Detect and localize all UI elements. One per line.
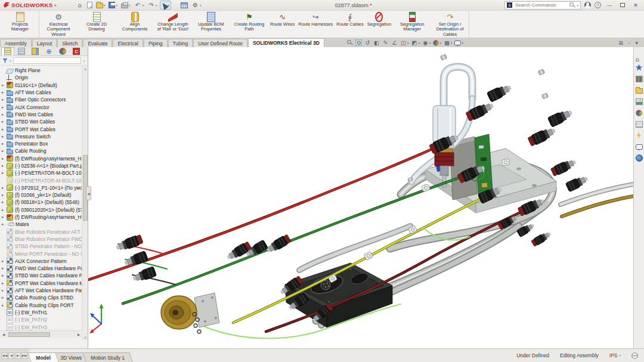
tree-item[interactable]: (f) EWRoutingAssyHarness_H2_357 (0, 155, 88, 162)
minimize-button[interactable]: — (605, 1, 614, 9)
propertymanager-tab[interactable] (15, 47, 28, 55)
scene-icon[interactable]: ▦▾ (444, 39, 453, 46)
tree-item[interactable]: (f) 01066_yk<1> (Default) (0, 191, 88, 199)
zoom-area-icon[interactable]: ▾ (355, 39, 362, 46)
tree-filter-input[interactable] (13, 57, 82, 64)
filter-dropdown-icon[interactable]: ▾ (10, 59, 11, 63)
prev-sheet-icon[interactable]: ◀ (8, 352, 14, 359)
tree-item[interactable]: Cable Routing (0, 147, 88, 154)
tree-item[interactable]: Cable Routing Clips STBD (0, 294, 88, 301)
tree-item[interactable]: Fiber Optic Connectors (0, 96, 88, 103)
segregation-button[interactable]: Segregation (366, 11, 393, 38)
annotations-icon[interactable]: ✎▾ (382, 39, 389, 46)
scroll-left-icon[interactable]: ◀ (0, 331, 7, 338)
tree-item[interactable]: (-) 02538-A<1> (Biodapt Part.prtdc (0, 162, 88, 169)
sheet-tab[interactable]: Model (27, 352, 58, 362)
tree-item[interactable]: (-) SP2912_P1-10<1> (По умолчан (0, 184, 88, 191)
expand-arrow-icon[interactable] (2, 215, 7, 219)
view-palette-icon[interactable] (634, 97, 643, 106)
tree-item[interactable]: STBD Wet Cables Hardware Pattern (0, 272, 88, 279)
command-tab[interactable]: User Defined Route (193, 39, 247, 47)
file-explorer-icon[interactable] (634, 86, 643, 94)
tree-item[interactable]: FWD Wet Cables (0, 111, 88, 118)
3dexperience-icon[interactable] (634, 154, 643, 162)
search-dropdown-icon[interactable]: ▾ (577, 4, 578, 7)
expand-arrow-icon[interactable] (2, 148, 7, 153)
expand-arrow-icon[interactable] (2, 288, 7, 293)
tree-item[interactable]: PORT Wet Cables Hardware Mirror (0, 280, 88, 287)
update-bom-properties-button[interactable]: Update BOM Properties (192, 11, 230, 38)
strip-options-icon[interactable]: ▾ (635, 36, 638, 47)
first-sheet-icon[interactable]: ◀◀ (2, 352, 8, 359)
display-style-icon[interactable]: ◩▾ (411, 39, 420, 46)
tree-item[interactable]: Blue Robotics Penetrator FWD - NO (0, 236, 88, 243)
traffic-light-icon[interactable]: ▾ (172, 1, 178, 10)
home-icon[interactable]: ⌂ (634, 52, 643, 60)
tree-item[interactable]: (f) EWRoutingAssyHarness_H3(375 (0, 214, 88, 221)
design-library-icon[interactable] (634, 75, 643, 83)
search-input[interactable] (514, 2, 568, 8)
expand-arrow-icon[interactable] (2, 193, 7, 197)
set-origin-destination-button[interactable]: ↷ Set Origin / Destination of Cables (431, 11, 469, 38)
save-icon[interactable]: ▾ (107, 1, 119, 10)
tree-item[interactable]: PORT Wet Cables (0, 125, 88, 132)
tree-item[interactable]: (f) 00518<1> (Default) (5548) (0, 199, 88, 206)
electrical-component-wizard-button[interactable]: ⚙ Electrical Component Wizard (39, 11, 78, 38)
tree-item[interactable]: STBD Penetrator Pattern - NO WET (0, 243, 88, 250)
restore-button[interactable] (618, 1, 627, 9)
tree-item[interactable]: AFT Wet Cables (0, 89, 88, 96)
dimxpertmanager-tab[interactable]: ⊕ (42, 47, 55, 55)
displaymanager-tab[interactable] (56, 47, 69, 55)
solidworks-resources-icon[interactable] (634, 63, 643, 72)
edit-appearance-icon[interactable]: ▾ (433, 40, 441, 46)
tree-item[interactable]: Cable Routing Clips PORT (0, 302, 88, 309)
create-2d-drawing-button[interactable]: Create 2D Drawing (78, 11, 116, 38)
user-account-icon[interactable] (584, 2, 591, 8)
command-tab[interactable]: SOLIDWORKS Electrical 3D (248, 38, 324, 47)
tree-item[interactable]: (-) EW_PATH3 (0, 323, 88, 330)
expand-arrow-icon[interactable] (2, 83, 7, 88)
align-components-button[interactable]: Align Components (116, 11, 154, 38)
scrollbar-thumb[interactable] (8, 332, 50, 337)
segregation-manager-button[interactable]: Segregation Manager (393, 11, 431, 38)
tree-item[interactable]: (-) PENETRATOR-M-BOLT-10-25-A (0, 177, 88, 184)
command-tab[interactable]: Evaluate (83, 39, 112, 47)
measure-icon[interactable]: ∠▾ (391, 39, 398, 46)
tree-item[interactable]: AFT Wet Cables Hardware Pattern (0, 287, 88, 294)
tree-item[interactable]: Mates (0, 221, 88, 228)
expand-arrow-icon[interactable] (2, 303, 7, 308)
tree-item[interactable]: (-) EW_PATH2 (0, 316, 88, 323)
expand-arrow-icon[interactable] (2, 259, 7, 264)
custom-properties-icon[interactable] (634, 120, 643, 128)
tree-item[interactable]: (f) 039012020<1> (Default) (5781) (0, 206, 88, 214)
configurationmanager-tab[interactable] (29, 47, 42, 55)
appearances-icon[interactable] (634, 109, 643, 117)
collapse-pane-icon[interactable]: – (628, 36, 631, 47)
home-icon[interactable]: ⌂▾ (75, 1, 85, 10)
options-icon[interactable]: ⚙▾ (190, 1, 203, 10)
hide-show-icon[interactable]: ◉▾ (422, 39, 431, 46)
command-tab[interactable]: Assembly (0, 39, 32, 47)
open-file-icon[interactable]: ▾ (95, 1, 107, 10)
tree-item[interactable]: (-) EW_PATH1 (0, 309, 88, 316)
previous-view-icon[interactable]: ↺▾ (364, 39, 371, 46)
projects-manager-button[interactable]: Projects Manager (1, 11, 39, 38)
expand-arrow-icon[interactable] (2, 112, 7, 117)
view-orientation-icon[interactable]: ◫▾ (400, 39, 409, 46)
assembly-3d-view[interactable] (88, 47, 633, 348)
expand-arrow-icon[interactable] (2, 208, 7, 212)
command-tab[interactable]: Sketch (57, 39, 82, 47)
search-commands-box[interactable]: S ▾ (504, 1, 581, 10)
expand-arrow-icon[interactable] (2, 281, 7, 286)
expand-arrow-icon[interactable] (2, 273, 7, 278)
route-cables-button[interactable]: ∮ Route Cables (335, 11, 365, 38)
route-wires-button[interactable]: ∿ Route Wires (268, 11, 296, 38)
command-tab[interactable]: Tubing (168, 39, 193, 47)
expand-arrow-icon[interactable] (2, 119, 7, 124)
create-routing-path-button[interactable]: ⚑ Create Routing Path (230, 11, 268, 38)
tree-item[interactable]: Mirror PORT Penetrator - NO WET (0, 250, 88, 257)
route-harnesses-button[interactable]: ↪ Route Harnesses (296, 11, 335, 38)
last-sheet-icon[interactable]: ▶▶ (21, 352, 27, 359)
expand-arrow-icon[interactable] (2, 295, 7, 300)
expand-arrow-icon[interactable] (2, 163, 7, 168)
